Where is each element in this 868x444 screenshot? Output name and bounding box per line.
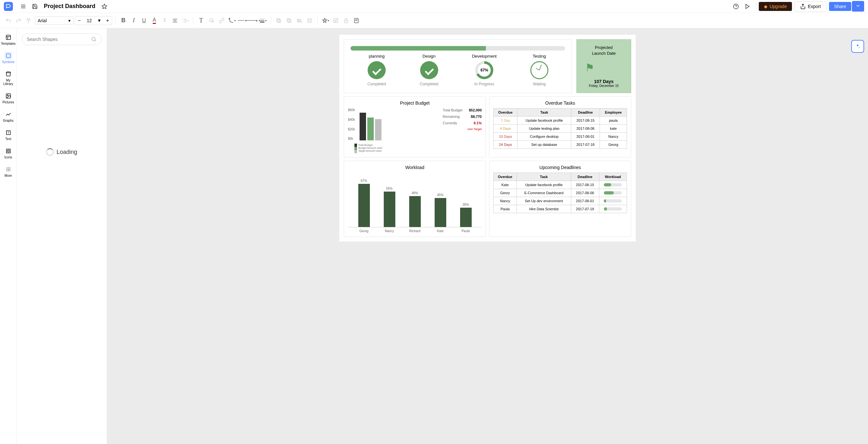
decrease-size-button[interactable]: − xyxy=(75,16,84,25)
budget-chart: $60k$40k$20k$0k Total BudgetBudget Amoun… xyxy=(348,108,439,153)
ai-assistant-button[interactable] xyxy=(851,40,864,53)
divider xyxy=(756,3,756,10)
overall-progress-bar xyxy=(350,46,565,50)
ai-effects-icon[interactable]: ▾ xyxy=(321,16,330,25)
sidebar-item-label: Text xyxy=(5,137,11,141)
upgrade-button[interactable]: ◆ Upgrade xyxy=(759,2,792,11)
chevron-down-icon: ▾ xyxy=(68,18,70,23)
shapes-panel: Loading xyxy=(17,28,107,444)
play-icon[interactable] xyxy=(744,3,751,10)
align-icon[interactable] xyxy=(170,16,180,25)
font-select[interactable]: Arial ▾ xyxy=(35,16,73,25)
send-back-icon[interactable] xyxy=(284,16,293,25)
edit-icon[interactable] xyxy=(331,16,340,25)
svg-point-42 xyxy=(6,167,7,168)
increase-size-button[interactable]: + xyxy=(103,16,112,25)
sidebar-item-pictures[interactable]: Pictures xyxy=(0,90,17,107)
sidebar-item-library[interactable]: My Library xyxy=(0,68,17,88)
sidebar-item-label: More xyxy=(4,174,12,177)
save-icon[interactable] xyxy=(32,3,38,10)
sidebar-item-label: My Library xyxy=(1,78,15,86)
font-size-input[interactable] xyxy=(84,18,95,23)
card-title: Upcoming Deadlines xyxy=(493,165,627,170)
bold-icon[interactable]: B xyxy=(119,16,128,25)
svg-point-45 xyxy=(6,169,7,170)
templates-icon xyxy=(4,33,12,41)
page-title[interactable]: Project Dashboard xyxy=(44,3,95,10)
sidebar-item-label: Icons xyxy=(4,156,12,159)
canvas[interactable]: planningCompletedDesignCompletedDevelopm… xyxy=(107,28,868,444)
undo-icon[interactable] xyxy=(4,16,13,25)
sidebar-item-label: Pictures xyxy=(2,100,14,104)
line-weight-icon[interactable]: ▾ xyxy=(258,16,268,25)
budget-card: Project Budget $60k$40k$20k$0k Total Bud… xyxy=(344,96,486,158)
card-title: Project Budget xyxy=(348,100,482,106)
lock-icon[interactable] xyxy=(342,16,350,25)
chart-bars xyxy=(360,108,439,140)
favorite-icon[interactable] xyxy=(101,3,107,10)
arrow-style-icon[interactable]: ▸▾ xyxy=(248,16,257,25)
redo-icon[interactable] xyxy=(14,16,23,25)
svg-point-46 xyxy=(8,169,8,170)
card-title: Workload xyxy=(348,165,482,170)
export-icon xyxy=(800,4,806,9)
separator xyxy=(115,17,116,25)
loading-label: Loading xyxy=(56,149,77,156)
text-tool-icon[interactable]: T xyxy=(196,16,206,25)
group-icon[interactable] xyxy=(305,16,314,25)
graphs-icon xyxy=(4,110,12,118)
size-dropdown[interactable]: ▾ xyxy=(95,16,103,25)
svg-point-37 xyxy=(7,95,8,96)
svg-marker-27 xyxy=(322,18,327,23)
svg-rect-28 xyxy=(344,20,348,23)
share-dropdown[interactable] xyxy=(852,1,864,11)
search-shapes-input[interactable] xyxy=(22,33,101,45)
separator xyxy=(317,17,318,25)
underline-icon[interactable]: U xyxy=(140,16,149,25)
sidebar-item-text[interactable]: T Text xyxy=(0,126,17,143)
icons-icon xyxy=(4,147,12,155)
workload-card: Workload 67%55%48%45%30% GeorgNancyRicha… xyxy=(344,161,486,237)
sidebar-item-templates[interactable]: Templates xyxy=(0,31,17,48)
sidebar-item-graphs[interactable]: Graphs xyxy=(0,108,17,125)
launch-date: Friday, December 15 xyxy=(582,84,626,88)
progress-row: planningCompletedDesignCompletedDevelopm… xyxy=(344,39,631,93)
sidebar-item-icons[interactable]: Icons xyxy=(0,144,17,162)
y-axis: $60k$40k$20k$0k xyxy=(348,108,355,140)
app-logo[interactable] xyxy=(4,2,13,11)
svg-marker-6 xyxy=(746,4,749,9)
help-icon[interactable] xyxy=(733,3,739,10)
svg-rect-18 xyxy=(277,19,280,22)
sidebar-item-label: Symbols xyxy=(2,60,14,64)
sidebar-item-symbols[interactable]: Symbols xyxy=(0,49,17,66)
text-icon: T xyxy=(4,129,12,137)
separator xyxy=(271,17,271,25)
svg-rect-25 xyxy=(307,19,312,23)
font-name: Arial xyxy=(38,18,47,23)
svg-point-51 xyxy=(92,37,95,41)
strikethrough-icon[interactable]: T xyxy=(160,16,169,25)
align-objects-icon[interactable] xyxy=(295,16,304,25)
svg-point-47 xyxy=(9,169,10,170)
search-field[interactable] xyxy=(27,37,91,42)
main-area: Templates Symbols My Library Pictures Gr… xyxy=(0,28,868,444)
bring-front-icon[interactable] xyxy=(274,16,283,25)
menu-icon[interactable] xyxy=(20,3,26,10)
library-icon xyxy=(4,70,12,78)
sidebar-item-more[interactable]: More xyxy=(0,163,17,180)
page-settings-icon[interactable] xyxy=(352,16,361,25)
upcoming-table: OverdueTaskDeadlineWorkload KateUpdate f… xyxy=(493,173,627,213)
workload-names: GeorgNancyRichardKatePaula xyxy=(348,227,482,233)
fill-icon[interactable] xyxy=(207,16,216,25)
share-button[interactable]: Share xyxy=(829,2,851,11)
overdue-table: OverdueTaskDeadlineEmployee 1 DayUpdate … xyxy=(493,108,627,149)
line-spacing-icon[interactable]: ▾ xyxy=(181,16,190,25)
text-color-icon[interactable]: A xyxy=(150,16,159,25)
export-button[interactable]: Export xyxy=(795,1,826,11)
link-icon[interactable] xyxy=(217,16,226,25)
search-icon xyxy=(91,36,97,42)
italic-icon[interactable]: I xyxy=(129,16,138,25)
format-painter-icon[interactable] xyxy=(25,16,33,25)
connector-icon[interactable]: ▾ xyxy=(227,16,237,25)
sidebar-item-label: Graphs xyxy=(3,119,13,122)
